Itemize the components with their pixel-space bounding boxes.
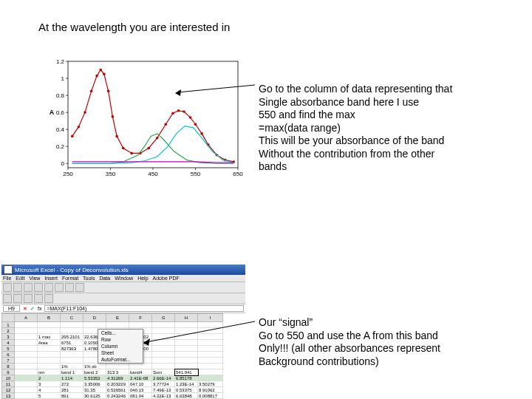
cell[interactable]	[15, 352, 38, 358]
cell[interactable]	[61, 322, 83, 328]
cell[interactable]: 1 max	[38, 334, 61, 340]
row-header[interactable]: 1	[2, 322, 15, 328]
column-header[interactable]: H	[175, 314, 198, 322]
menu-item-window[interactable]: Window	[115, 276, 133, 281]
cell[interactable]	[15, 393, 38, 399]
menu-item-file[interactable]: File	[3, 276, 11, 281]
cell[interactable]	[152, 352, 175, 358]
cell[interactable]	[152, 346, 175, 352]
cell[interactable]: 1% sb	[83, 364, 106, 369]
menu-item-edit[interactable]: Edit	[16, 276, 24, 281]
cell[interactable]: 4	[38, 387, 61, 393]
cell[interactable]	[152, 328, 175, 334]
row-header[interactable]: 2	[2, 328, 15, 334]
excel-toolbar-1[interactable]	[1, 282, 245, 293]
cell[interactable]	[15, 381, 38, 387]
cell[interactable]: nm	[38, 369, 61, 375]
cell[interactable]	[152, 358, 175, 364]
cell[interactable]	[38, 358, 61, 364]
row-header[interactable]: 3	[2, 334, 15, 340]
row-header[interactable]: 11	[2, 381, 15, 387]
cell[interactable]: 0.526561	[106, 387, 129, 393]
row-header[interactable]: 12	[2, 387, 15, 393]
name-box[interactable]: H9	[3, 305, 20, 312]
cell[interactable]: 3	[38, 381, 61, 387]
cell[interactable]: 891	[61, 393, 83, 399]
cell[interactable]	[15, 369, 38, 375]
cell[interactable]: 1.114	[61, 375, 83, 381]
cell[interactable]	[15, 387, 38, 393]
cell[interactable]: 6.85178	[175, 375, 198, 381]
cell[interactable]: 31.35	[83, 387, 106, 393]
row-header[interactable]: 4	[2, 340, 15, 346]
cell[interactable]: 2.41E-08	[129, 375, 152, 381]
cell[interactable]: 5.53352	[83, 375, 106, 381]
cell[interactable]: Sum	[152, 369, 175, 375]
cell[interactable]	[152, 334, 175, 340]
cell[interactable]	[175, 364, 198, 369]
cell[interactable]	[83, 322, 106, 328]
toolbar-icon[interactable]	[3, 283, 12, 292]
cell[interactable]	[106, 322, 129, 328]
cell[interactable]	[175, 346, 198, 352]
cell[interactable]: 0.203229	[106, 381, 129, 387]
cell[interactable]: 272	[61, 381, 83, 387]
corner-cell[interactable]	[2, 314, 15, 322]
toolbar-icon[interactable]	[13, 294, 22, 303]
cell[interactable]: 827363	[61, 346, 83, 352]
row-header[interactable]: 6	[2, 352, 15, 358]
cell[interactable]	[38, 352, 61, 358]
toolbar-icon[interactable]	[75, 283, 84, 292]
toolbar-icon[interactable]	[65, 283, 74, 292]
cell[interactable]: 1%	[61, 364, 83, 369]
cell[interactable]: 3.50279	[198, 381, 223, 387]
row-header[interactable]: 13	[2, 393, 15, 399]
cell[interactable]: 541.041	[175, 369, 198, 375]
cell[interactable]: 7.49E-13	[152, 387, 175, 393]
row-header[interactable]: 9	[2, 369, 15, 375]
excel-menubar[interactable]: FileEditViewInsertFormatToolsDataWindowH…	[1, 275, 245, 282]
toolbar-icon[interactable]	[13, 283, 22, 292]
column-header[interactable]: I	[198, 314, 223, 322]
cell[interactable]: 3.35006	[83, 381, 106, 387]
cell[interactable]: 30.6125	[83, 393, 106, 399]
row-header[interactable]: 7	[2, 358, 15, 364]
toolbar-icon[interactable]	[44, 294, 53, 303]
dropdown-item[interactable]: Row	[98, 336, 143, 343]
cancel-icon[interactable]: ✕	[23, 306, 27, 312]
cell[interactable]: 295.2101	[61, 334, 83, 340]
cell[interactable]	[198, 358, 223, 364]
cell[interactable]	[61, 358, 83, 364]
cell[interactable]: 047.10	[129, 381, 152, 387]
cell[interactable]: 6751	[61, 340, 83, 346]
cell[interactable]: band4	[129, 369, 152, 375]
toolbar-icon[interactable]	[24, 294, 33, 303]
toolbar-icon[interactable]	[55, 283, 64, 292]
toolbar-icon[interactable]	[34, 283, 43, 292]
cell[interactable]: 2.66E-14	[152, 375, 175, 381]
cell[interactable]: 1.23E-14	[175, 381, 198, 387]
menu-item-format[interactable]: Format	[62, 276, 78, 281]
cell[interactable]	[175, 322, 198, 328]
cell[interactable]	[106, 364, 129, 369]
cell[interactable]: 040.13	[129, 387, 152, 393]
cell[interactable]	[152, 322, 175, 328]
dropdown-item[interactable]: AutoFormat...	[98, 356, 143, 363]
cell[interactable]	[198, 328, 223, 334]
dropdown-item[interactable]: Sheet	[98, 349, 143, 356]
cell[interactable]	[175, 328, 198, 334]
cell[interactable]: 2	[38, 375, 61, 381]
cell[interactable]	[15, 334, 38, 340]
cell[interactable]	[175, 352, 198, 358]
cell[interactable]	[15, 375, 38, 381]
row-header[interactable]: 5	[2, 346, 15, 352]
cell[interactable]	[198, 369, 223, 375]
cell[interactable]: 4.31269	[106, 375, 129, 381]
cell[interactable]	[175, 334, 198, 340]
column-header[interactable]: F	[129, 314, 152, 322]
column-header[interactable]: C	[61, 314, 83, 322]
cell[interactable]	[61, 328, 83, 334]
cell[interactable]	[38, 328, 61, 334]
cell[interactable]	[15, 340, 38, 346]
fx-icon[interactable]: fx	[38, 306, 41, 311]
